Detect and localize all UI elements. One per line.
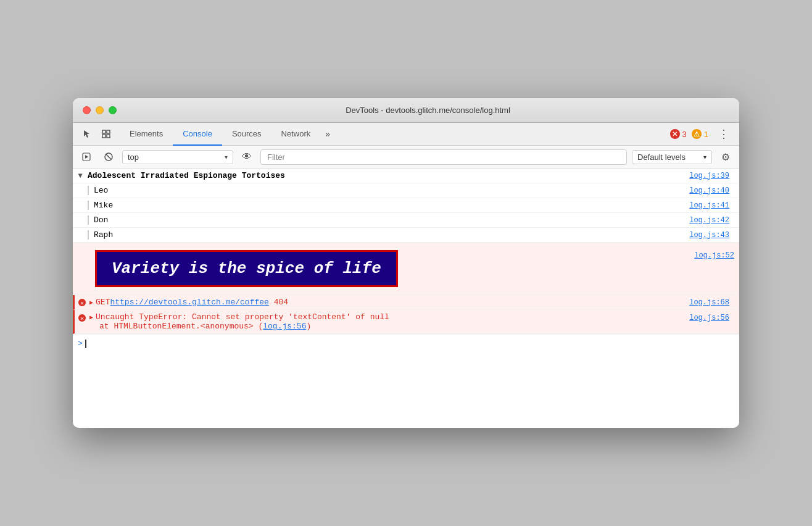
don-text: Don: [94, 215, 108, 225]
tab-console[interactable]: Console: [173, 123, 222, 146]
error-type-line1: Uncaught TypeError: Cannot set property …: [96, 312, 389, 322]
svg-text:✕: ✕: [80, 300, 84, 307]
traffic-lights: [83, 106, 117, 114]
svg-marker-5: [85, 155, 88, 159]
tab-bar-icons: [78, 125, 115, 143]
minimize-button[interactable]: [96, 106, 104, 114]
filter-input[interactable]: [260, 149, 627, 165]
raph-content: Raph: [94, 230, 689, 240]
svg-rect-1: [107, 130, 110, 133]
context-selector[interactable]: top ▾: [122, 150, 233, 164]
don-content: Don: [94, 215, 689, 225]
console-prompt: >: [78, 339, 83, 348]
console-input-row[interactable]: >: [73, 334, 739, 353]
svg-line-7: [106, 154, 111, 159]
gutter-error-get: ✕: [75, 298, 89, 307]
more-tabs-button[interactable]: »: [320, 127, 335, 141]
console-output: ▼ Adolescent Irradiated Espionage Tortoi…: [73, 169, 739, 428]
error-badge: ✕ 3: [670, 129, 687, 139]
svg-rect-0: [102, 130, 106, 133]
default-levels-button[interactable]: Default levels ▾: [632, 150, 712, 164]
mike-file[interactable]: log.js:41: [689, 201, 734, 210]
console-row-variety: Variety is the spice of life log.js:52: [73, 243, 739, 295]
eye-icon[interactable]: 👁: [238, 148, 255, 165]
error-type-line2-prefix: at HTMLButtonElement.<anonymous> (: [99, 322, 263, 331]
expand-icon-2[interactable]: ▶: [89, 314, 93, 321]
console-toolbar: top ▾ 👁 Default levels ▾ ⚙: [73, 146, 739, 169]
group-header-content: Adolescent Irradiated Espionage Tortoise…: [88, 171, 689, 180]
tab-bar: Elements Console Sources Network » ✕ 3 ⚠…: [73, 123, 739, 146]
tab-bar-right: ✕ 3 ⚠ 1 ⋮: [670, 125, 734, 143]
svg-rect-2: [102, 135, 106, 138]
variety-box: Variety is the spice of life: [95, 250, 398, 287]
more-options-button[interactable]: ⋮: [713, 125, 734, 143]
mike-text: Mike: [94, 201, 113, 210]
tab-elements[interactable]: Elements: [120, 123, 173, 146]
svg-rect-3: [107, 135, 110, 138]
mike-content: Mike: [94, 201, 689, 210]
error-type-content: ▶ Uncaught TypeError: Cannot set propert…: [89, 312, 689, 331]
maximize-button[interactable]: [109, 106, 117, 114]
clear-button[interactable]: [100, 148, 117, 165]
variety-text: Variety is the spice of life: [112, 259, 381, 278]
console-row-error-get: ✕ ▶ GET https://devtools.glitch.me/coffe…: [73, 295, 739, 310]
levels-chevron-icon: ▾: [703, 154, 706, 161]
expand-icon[interactable]: ▶: [89, 299, 93, 306]
tab-sources[interactable]: Sources: [222, 123, 271, 146]
error-get-file[interactable]: log.js:68: [689, 298, 734, 307]
console-row-error-type: ✕ ▶ Uncaught TypeError: Cannot set prope…: [73, 310, 739, 334]
warning-badge: ⚠ 1: [692, 129, 708, 139]
leo-text: Leo: [94, 186, 108, 195]
variety-content: Variety is the spice of life: [88, 245, 694, 292]
console-cursor: [85, 340, 86, 348]
don-file[interactable]: log.js:42: [689, 216, 734, 225]
group-header-file[interactable]: log.js:39: [689, 172, 734, 180]
console-group-header[interactable]: ▼ Adolescent Irradiated Espionage Tortoi…: [73, 169, 739, 183]
leo-content: Leo: [94, 186, 689, 195]
error-type-line2-suffix: ): [306, 322, 311, 331]
title-bar: DevTools - devtools.glitch.me/console/lo…: [73, 98, 739, 123]
error-type-link[interactable]: log.js:56: [263, 322, 306, 331]
pointer-icon[interactable]: [78, 125, 95, 143]
error-get-method: GET: [96, 298, 110, 307]
gutter-expand: ▼: [73, 172, 88, 180]
error-get-url[interactable]: https://devtools.glitch.me/coffee: [110, 298, 268, 307]
warning-icon: ⚠: [692, 129, 702, 139]
console-row-raph: Raph log.js:43: [73, 228, 739, 243]
context-chevron-icon: ▾: [225, 154, 228, 161]
error-get-code: 404: [269, 298, 288, 307]
console-row-leo: Leo log.js:40: [73, 183, 739, 198]
leo-file[interactable]: log.js:40: [689, 186, 734, 195]
group-header-text: Adolescent Irradiated Espionage Tortoise…: [88, 171, 285, 180]
play-button[interactable]: [78, 148, 95, 165]
inspect-icon[interactable]: [97, 125, 115, 143]
devtools-window: DevTools - devtools.glitch.me/console/lo…: [73, 98, 739, 428]
indent-line-don: [88, 215, 89, 225]
error-type-file[interactable]: log.js:56: [689, 312, 734, 322]
raph-text: Raph: [94, 230, 113, 240]
svg-text:✕: ✕: [80, 315, 84, 322]
indent-line-leo: [88, 186, 89, 195]
indent-line-raph: [88, 230, 89, 240]
console-row-mike: Mike log.js:41: [73, 198, 739, 213]
settings-button[interactable]: ⚙: [717, 148, 734, 165]
tab-network[interactable]: Network: [271, 123, 321, 146]
gutter-error-type: ✕: [75, 312, 89, 322]
error-get-content: ▶ GET https://devtools.glitch.me/coffee …: [89, 298, 689, 307]
raph-file[interactable]: log.js:43: [689, 231, 734, 240]
close-button[interactable]: [83, 106, 91, 114]
window-title: DevTools - devtools.glitch.me/console/lo…: [126, 106, 729, 115]
error-icon: ✕: [670, 129, 680, 139]
console-row-don: Don log.js:42: [73, 213, 739, 228]
variety-file[interactable]: log.js:52: [694, 245, 739, 260]
indent-line-mike: [88, 201, 89, 210]
